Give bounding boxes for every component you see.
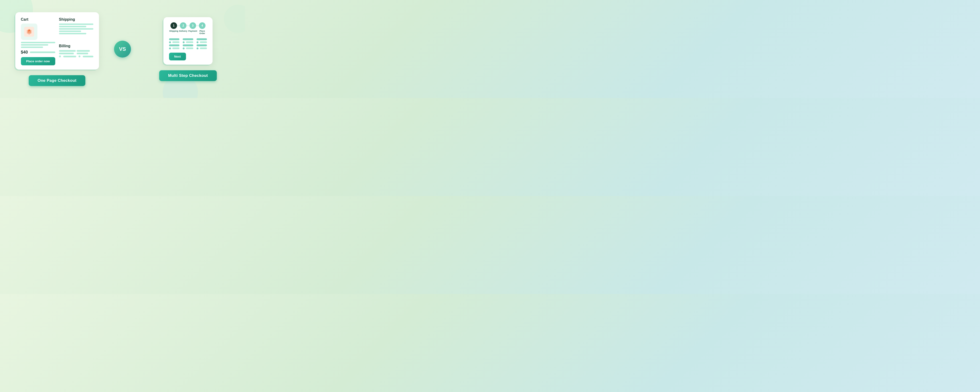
- billing-dot-bar-1: [63, 56, 76, 57]
- mcol2-bar1: [183, 38, 193, 40]
- step-item-4: 4 Place Order: [197, 22, 207, 35]
- step-circle-2: 2: [180, 22, 186, 29]
- shipping-section: Shipping: [59, 17, 93, 42]
- one-page-card: Cart $40: [15, 12, 99, 70]
- mcol3-dot1: [197, 41, 199, 43]
- mcol1-bar2: [172, 41, 180, 43]
- shipping-bar-1: [59, 24, 93, 25]
- step-label-1: Shipping: [169, 30, 178, 32]
- steps-row: 1 Shipping 2 Delivery 3 Payment 4 Place: [169, 22, 207, 35]
- mcol2-dot1: [183, 41, 185, 43]
- mcol3-dot2: [197, 48, 199, 49]
- step-circle-4: 4: [199, 22, 205, 29]
- one-page-label: One Page Checkout: [29, 75, 86, 86]
- price-row: $40: [21, 50, 55, 55]
- cart-section: Cart $40: [21, 17, 55, 65]
- step-item-3: 3 Payment: [188, 22, 197, 32]
- billing-dot-1: [59, 56, 61, 57]
- billing-bar-2: [76, 50, 90, 52]
- mcol2-bar4: [186, 48, 193, 49]
- main-container: Cart $40: [0, 8, 245, 91]
- step-label-3: Payment: [188, 30, 197, 32]
- billing-dot-2: [78, 56, 80, 57]
- billing-dot-row: [59, 56, 93, 57]
- mcol1-dot-row2: [169, 48, 180, 49]
- mcol3-bar3: [197, 44, 207, 46]
- billing-bar-1: [59, 50, 76, 52]
- mcol1-bar1: [169, 38, 180, 40]
- magento-icon: [24, 27, 34, 37]
- mcol3-dot-row2: [197, 48, 207, 49]
- multi-col-2: [183, 38, 193, 49]
- multi-step-content: [169, 38, 207, 49]
- billing-dot-bar-2: [83, 56, 93, 57]
- price-bar: [30, 51, 55, 53]
- cart-bar-3: [21, 46, 43, 48]
- cart-bar-1: [21, 42, 55, 43]
- billing-grid: [59, 50, 93, 54]
- step-label-4: Place Order: [197, 30, 207, 35]
- next-button[interactable]: Next: [169, 52, 186, 60]
- mcol3-bar4: [200, 48, 207, 49]
- billing-title: Billing: [59, 44, 93, 48]
- mcol1-dot1: [169, 41, 171, 43]
- shipping-bar-4: [59, 30, 81, 32]
- step-circle-1: 1: [170, 22, 177, 29]
- mcol2-dot2: [183, 48, 185, 49]
- cart-title: Cart: [21, 17, 55, 22]
- price-text: $40: [21, 50, 28, 55]
- multi-step-card: 1 Shipping 2 Delivery 3 Payment 4 Place: [164, 17, 213, 65]
- place-order-button[interactable]: Place order now: [21, 57, 55, 65]
- step-label-2: Delivery: [179, 30, 188, 32]
- multi-col-1: [169, 38, 180, 49]
- shipping-lines: [59, 24, 93, 34]
- mcol2-dot-row2: [183, 48, 193, 49]
- mcol2-bar3: [183, 44, 193, 46]
- mcol3-dot-row1: [197, 41, 207, 43]
- multi-step-label: Multi Step Checkout: [159, 70, 217, 81]
- step-circle-3: 3: [189, 22, 196, 29]
- mcol2-dot-row1: [183, 41, 193, 43]
- mcol3-bar2: [200, 41, 207, 43]
- multi-col-3: [197, 38, 207, 49]
- shipping-bar-2: [59, 26, 86, 27]
- step-item-2: 2 Delivery: [178, 22, 188, 32]
- mcol1-dot-row1: [169, 41, 180, 43]
- billing-bar-3: [59, 52, 74, 54]
- shipping-bar-3: [59, 28, 93, 30]
- mcol1-bar3: [169, 44, 180, 46]
- cart-lines: [21, 42, 55, 48]
- mcol3-bar1: [197, 38, 207, 40]
- billing-bar-4: [76, 52, 88, 54]
- shipping-bar-5: [59, 33, 86, 34]
- mcol1-bar4: [172, 48, 180, 49]
- mcol1-dot2: [169, 48, 171, 49]
- cart-image-box: [21, 24, 37, 40]
- vs-badge: VS: [114, 41, 131, 57]
- mcol2-bar2: [186, 41, 193, 43]
- shipping-title: Shipping: [59, 17, 93, 22]
- cart-bar-2: [21, 44, 48, 46]
- billing-section: Billing: [59, 44, 93, 65]
- step-item-1: 1 Shipping: [169, 22, 178, 32]
